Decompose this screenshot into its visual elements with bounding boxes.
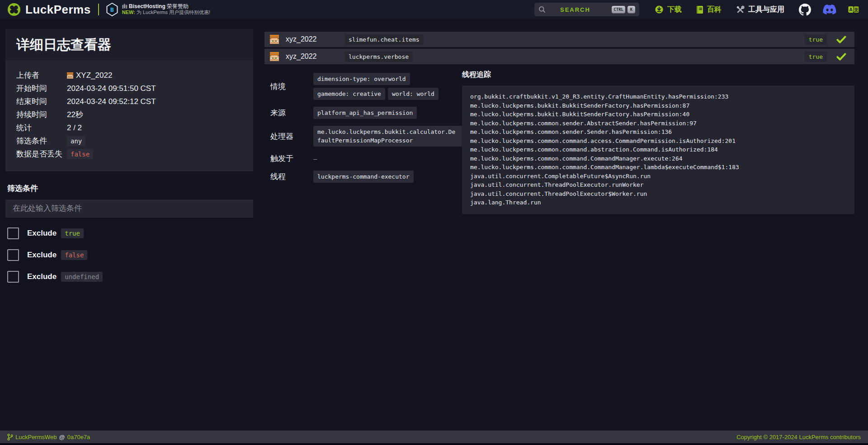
repo-name: LuckPermsWeb: [15, 434, 57, 440]
context-badge: world: world: [388, 88, 439, 100]
meta-row-uploader: 上传者 XYZ_2022: [16, 69, 242, 82]
book-icon: [696, 5, 703, 14]
copyright-text: Copyright © 2017-2024 LuckPerms contribu…: [736, 434, 861, 440]
svg-text:文: 文: [854, 8, 859, 12]
uploader-name: XYZ_2022: [76, 71, 112, 80]
entry-fields: 情境 dimension-type: overworld gamemode: c…: [264, 70, 462, 214]
filter-input[interactable]: [5, 199, 253, 218]
permission-badge: luckperms.verbose: [344, 52, 413, 62]
field-caused-by: 触发于 —: [270, 153, 462, 164]
player-avatar: [270, 35, 279, 44]
github-link[interactable]: [799, 4, 811, 16]
k-keycap: K: [627, 6, 635, 13]
field-context: 情境 dimension-type: overworld gamemode: c…: [270, 73, 462, 100]
sponsor-line1: 由 BisectHosting 荣誉赞助: [122, 4, 210, 9]
language-switcher[interactable]: A 文: [848, 6, 859, 13]
exclude-false-row[interactable]: Exclude false: [7, 249, 253, 261]
player-name: xyz_2022: [286, 35, 344, 43]
trace-line: java.util.concurrent.ThreadPoolExecutor.…: [470, 180, 846, 189]
trace-line: me.lucko.luckperms.common.sender.Abstrac…: [470, 119, 846, 128]
nav-divider: [98, 4, 99, 15]
trace-line: me.lucko.luckperms.bukkit.BukkitSenderFa…: [470, 110, 846, 119]
bisecthosting-logo-icon: B: [106, 3, 118, 16]
exclude-undefined-checkbox[interactable]: [7, 271, 19, 283]
svg-text:A: A: [849, 7, 852, 12]
meta-row-filter: 筛选条件 any: [16, 134, 242, 147]
git-branch-icon: [7, 434, 13, 440]
trace-line: me.lucko.luckperms.common.command.abstra…: [470, 145, 846, 154]
meta-row-duration: 持续时间 22秒: [16, 108, 242, 121]
search-input[interactable]: SEARCH CTRL K: [534, 3, 639, 16]
thread-badge: luckperms-command-executor: [313, 170, 414, 183]
stats-count: 2 / 2: [67, 123, 82, 133]
results-area: xyz_2022 slimefun.cheat.items true xyz_2…: [253, 19, 868, 214]
context-badge: dimension-type: overworld: [313, 73, 410, 85]
commit-hash: 0a70e7a: [67, 434, 90, 440]
trace-line: java.lang.Thread.run: [470, 198, 846, 207]
navbar: LuckPerms B 由 BisectHosting 荣誉赞助 NEW: 为 …: [0, 0, 868, 19]
stack-trace-panel: org.bukkit.craftbukkit.v1_20_R3.entity.C…: [462, 85, 854, 214]
main-area: 详细日志查看器 上传者 XYZ_2022 开始时间 2024-03-24 09:…: [0, 19, 868, 431]
log-row[interactable]: xyz_2022 luckperms.verbose true: [264, 49, 854, 64]
meta-row-end: 结束时间 2024-03-24 09:52:12 CST: [16, 95, 242, 108]
search-label: SEARCH: [560, 6, 590, 13]
context-badge: gamemode: creative: [313, 88, 385, 100]
sponsor-banner[interactable]: B 由 BisectHosting 荣誉赞助 NEW: 为 LuckPerms …: [106, 3, 210, 16]
player-avatar: [270, 52, 279, 61]
exclude-undefined-row[interactable]: Exclude undefined: [7, 271, 253, 283]
trace-line: me.lucko.luckperms.common.command.access…: [470, 137, 846, 146]
exclude-true-checkbox[interactable]: [7, 227, 19, 239]
check-icon: [836, 36, 846, 43]
field-origin: 来源 platform_api_has_permission: [270, 107, 462, 119]
footer: LuckPermsWeb @ 0a70e7a Copyright © 2017-…: [0, 431, 868, 443]
meta-row-stats: 统计 2 / 2: [16, 121, 242, 134]
meta-row-truncated: 数据是否丢失 false: [16, 147, 242, 161]
svg-text:B: B: [110, 6, 114, 13]
player-name: xyz_2022: [286, 52, 344, 61]
brand-title: LuckPerms: [25, 3, 91, 17]
discord-link[interactable]: [823, 5, 836, 15]
search-icon: [538, 6, 546, 13]
tools-icon: [736, 5, 745, 14]
thread-trace-section: 线程追踪 org.bukkit.craftbukkit.v1_20_R3.ent…: [462, 70, 854, 214]
luckperms-verbose-viewer-page: { "colors": { "accent_green": "#9bc41e",…: [0, 0, 868, 445]
field-processor: 处理器 me.lucko.luckperms.bukkit.calculator…: [270, 126, 462, 147]
exclude-false-badge: false: [61, 250, 87, 260]
brand[interactable]: LuckPerms: [7, 3, 91, 17]
log-row[interactable]: xyz_2022 slimefun.cheat.items true: [264, 32, 854, 47]
bottom-strip: [0, 443, 868, 445]
result-value-badge: true: [804, 52, 827, 62]
caused-by-value: —: [313, 155, 317, 162]
luckperms-clover-logo-icon: [7, 3, 21, 16]
processor-badge: me.lucko.luckperms.bukkit.calculator.Def…: [313, 126, 462, 147]
filter-mode-badge: any: [67, 136, 85, 146]
translate-icon: A 文: [848, 6, 859, 13]
trace-line: me.lucko.luckperms.common.sender.Sender.…: [470, 128, 846, 137]
filter-section-heading: 筛选条件: [7, 183, 253, 194]
trace-line: java.util.concurrent.ThreadPoolExecutor$…: [470, 189, 846, 199]
page-title: 详细日志查看器: [16, 36, 242, 54]
footer-repo-link[interactable]: LuckPermsWeb @ 0a70e7a: [7, 434, 90, 440]
entry-detail: 情境 dimension-type: overworld gamemode: c…: [264, 70, 854, 214]
exclude-true-row[interactable]: Exclude true: [7, 227, 253, 239]
download-icon: [655, 5, 664, 14]
check-icon: [836, 53, 846, 61]
trace-line: me.lucko.luckperms.bukkit.BukkitSenderFa…: [470, 101, 846, 110]
exclude-false-checkbox[interactable]: [7, 249, 19, 261]
exclude-undefined-badge: undefined: [61, 272, 103, 282]
github-icon: [799, 4, 811, 16]
nav-link-tools[interactable]: 工具与应用: [736, 5, 784, 14]
permission-badge: slimefun.cheat.items: [344, 34, 424, 45]
nav-link-download[interactable]: 下载: [655, 5, 682, 14]
duration: 22秒: [67, 109, 83, 120]
start-time: 2024-03-24 09:51:50 CST: [67, 84, 156, 93]
end-time: 2024-03-24 09:52:12 CST: [67, 97, 156, 106]
discord-icon: [823, 5, 836, 15]
nav-link-wiki[interactable]: 百科: [696, 5, 722, 14]
truncated-badge: false: [67, 149, 93, 159]
field-thread: 线程 luckperms-command-executor: [270, 170, 462, 183]
trace-line: java.util.concurrent.CompletableFuture$A…: [470, 172, 846, 181]
trace-line: me.lucko.luckperms.common.command.Comman…: [470, 154, 846, 163]
trace-line: me.lucko.luckperms.common.command.Comman…: [470, 163, 846, 172]
trace-line: org.bukkit.craftbukkit.v1_20_R3.entity.C…: [470, 92, 846, 101]
